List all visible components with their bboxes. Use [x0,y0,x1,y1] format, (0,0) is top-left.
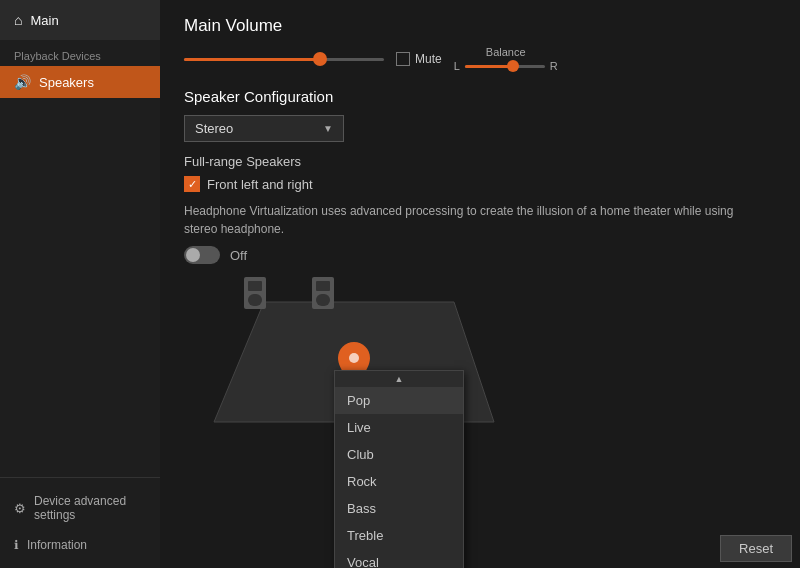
sidebar-item-label: Speakers [39,75,94,90]
speaker-config-title: Speaker Configuration [184,88,776,105]
sidebar-main-label: Main [30,13,58,28]
reset-button[interactable]: Reset [720,535,792,562]
balance-thumb[interactable] [507,60,519,72]
home-icon: ⌂ [14,12,22,28]
main-panel: Main Volume Mute Balance L R [160,0,800,568]
sidebar-section-label: Playback Devices [0,40,160,66]
main-content: Main Volume Mute Balance L R [160,0,800,442]
balance-row: L R [454,60,558,72]
volume-fill [184,58,320,61]
balance-area: Balance L R [454,46,558,72]
mute-label: Mute [415,52,442,66]
mute-box[interactable] [396,52,410,66]
chevron-down-icon: ▼ [323,123,333,134]
speaker-config-dropdown[interactable]: Stereo ▼ [184,115,344,142]
device-advanced-label: Device advanced settings [34,494,146,522]
volume-thumb[interactable] [313,52,327,66]
device-advanced-settings-item[interactable]: ⚙ Device advanced settings [0,486,160,530]
sidebar: ⌂ Main Playback Devices 🔊 Speakers ⚙ Dev… [0,0,160,568]
front-left-right-label: Front left and right [207,177,313,192]
svg-rect-1 [248,281,262,291]
sidebar-bottom: ⚙ Device advanced settings ℹ Information [0,477,160,568]
speaker-config-value: Stereo [195,121,233,136]
dropdown-item-bass[interactable]: Bass [335,495,463,522]
dropdown-item-treble[interactable]: Treble [335,522,463,549]
front-checkbox-row: ✓ Front left and right [184,176,776,192]
dropdown-item-live[interactable]: Live [335,414,463,441]
information-item[interactable]: ℹ Information [0,530,160,560]
sidebar-main-item[interactable]: ⌂ Main [0,0,160,40]
svg-rect-4 [316,294,330,306]
dropdown-item-rock[interactable]: Rock [335,468,463,495]
dropdown-item-club[interactable]: Club [335,441,463,468]
balance-left-label: L [454,60,460,72]
toggle-knob [186,248,200,262]
full-range-title: Full-range Speakers [184,154,776,169]
reset-btn-area: Reset [720,535,792,562]
scroll-up-arrow[interactable]: ▲ [335,371,463,387]
headphone-virt-toggle[interactable] [184,246,220,264]
balance-right-label: R [550,60,558,72]
toggle-state-label: Off [230,248,247,263]
main-volume-title: Main Volume [184,16,776,36]
svg-rect-3 [316,281,330,291]
balance-fill [465,65,513,68]
sidebar-item-speakers[interactable]: 🔊 Speakers [0,66,160,98]
svg-rect-2 [248,294,262,306]
balance-slider[interactable] [465,65,545,68]
volume-slider[interactable] [184,58,384,61]
information-label: Information [27,538,87,552]
dropdown-item-pop[interactable]: Pop [335,387,463,414]
front-checkbox[interactable]: ✓ [184,176,200,192]
speaker-icon: 🔊 [14,74,31,90]
gear-icon: ⚙ [14,501,26,516]
volume-row: Mute Balance L R [184,46,776,72]
toggle-row: Off [184,246,776,264]
svg-point-6 [349,353,359,363]
dropdown-item-vocal[interactable]: Vocal [335,549,463,568]
info-icon: ℹ [14,538,19,552]
mute-checkbox[interactable]: Mute [396,52,442,66]
equalizer-dropdown: ▲ Pop Live Club Rock Bass Treble Vocal P… [334,370,464,568]
check-icon: ✓ [188,178,197,191]
balance-label: Balance [486,46,526,58]
virt-description: Headphone Virtualization uses advanced p… [184,202,744,238]
